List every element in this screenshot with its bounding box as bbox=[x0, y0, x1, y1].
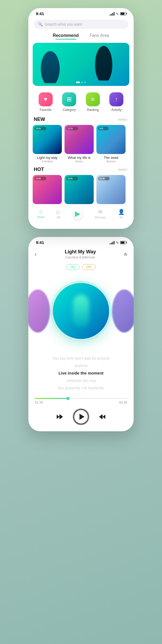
banner-face-right bbox=[94, 46, 113, 80]
play-button[interactable] bbox=[73, 409, 89, 425]
category-favorite[interactable]: ♥ Favorite bbox=[39, 92, 53, 112]
battery-icon bbox=[120, 12, 126, 15]
title-new-1: Light my way bbox=[33, 156, 62, 160]
title-new-2: What my life is bbox=[65, 156, 94, 160]
share-button[interactable]: ⎋ bbox=[124, 251, 127, 257]
title-new-3: The seed bbox=[96, 156, 126, 160]
badge-hot-3: 510k 🎧 bbox=[98, 177, 110, 180]
tag-vip: VIP bbox=[82, 264, 95, 270]
search-icon: 🔍 bbox=[38, 22, 43, 26]
new-title: NEW bbox=[34, 117, 45, 122]
categories: ♥ Favorite ⊞ Category ≡ Ranking ↑ Activi… bbox=[28, 88, 134, 114]
category-activity-label: Activity bbox=[111, 108, 122, 112]
music-card-new-1[interactable]: 364k 🎧 Light my way Caroline bbox=[33, 125, 62, 163]
category-ranking[interactable]: ≡ Ranking bbox=[86, 92, 100, 112]
music-card-hot-2[interactable]: 590k 🎧 bbox=[65, 175, 94, 204]
me-icon: 👤 bbox=[118, 209, 125, 215]
signal-icon bbox=[110, 12, 114, 16]
category-category[interactable]: ⊞ Category bbox=[62, 92, 76, 112]
player-status-bar: 9:41 ∿ bbox=[28, 237, 134, 246]
album-area bbox=[28, 273, 134, 349]
screen1-phone: 9:41 ∿ 🔍 Search what you want Recommend bbox=[28, 8, 134, 229]
category-favorite-label: Favorite bbox=[40, 108, 51, 112]
player-controls bbox=[28, 406, 134, 431]
badge-new-3: 64k 🎧 bbox=[98, 127, 109, 130]
banner[interactable] bbox=[33, 43, 129, 86]
badge-hot-2: 590k 🎧 bbox=[66, 177, 78, 180]
progress-bar[interactable] bbox=[35, 398, 127, 399]
badge-new-2: 211k 🎧 bbox=[66, 127, 78, 130]
search-bar[interactable]: 🔍 Search what you want bbox=[34, 20, 128, 29]
art-glow bbox=[73, 295, 89, 327]
tag-hq: HQ bbox=[66, 264, 79, 270]
time-total: 04:28 bbox=[119, 401, 127, 404]
phone-content: 🔍 Search what you want Recommend Fans Ar… bbox=[28, 17, 134, 229]
nav-message-label: Message bbox=[95, 216, 106, 219]
svg-marker-5 bbox=[103, 415, 105, 419]
player-status-icons: ∿ bbox=[110, 240, 126, 244]
next-button[interactable] bbox=[97, 411, 108, 422]
nav-play-center[interactable]: ▶ bbox=[73, 208, 82, 219]
nav-message[interactable]: ✉ Message bbox=[95, 209, 106, 219]
player-song-title: Light My Way bbox=[65, 249, 96, 255]
music-card-hot-3[interactable]: 510k 🎧 bbox=[96, 175, 126, 204]
wifi-icon: ∿ bbox=[116, 12, 119, 16]
banner-dots bbox=[76, 82, 86, 83]
time-current: 01:34 bbox=[35, 401, 43, 404]
new-more[interactable]: more › bbox=[118, 117, 128, 121]
nav-mv[interactable]: ▷ MV bbox=[57, 209, 61, 219]
svg-rect-6 bbox=[102, 415, 103, 419]
hot-music-grid: 104k 🎧 590k 🎧 510k 🎧 bbox=[28, 174, 134, 205]
hot-more[interactable]: more › bbox=[118, 167, 128, 172]
player-artist: Caroline Eddleman bbox=[65, 255, 96, 259]
progress-fill bbox=[35, 398, 68, 399]
tab-fans-area[interactable]: Fans Area bbox=[90, 33, 109, 40]
message-icon: ✉ bbox=[98, 209, 103, 215]
activity-icon: ↑ bbox=[109, 92, 123, 106]
lyrics-area: You say time don't wait for anyone anyho… bbox=[28, 349, 134, 395]
music-card-new-2[interactable]: 211k 🎧 What my life is Ginny bbox=[65, 125, 94, 163]
nav-me[interactable]: 👤 Me bbox=[118, 209, 125, 219]
tab-recommend[interactable]: Recommend bbox=[53, 33, 79, 40]
search-container: 🔍 Search what you want bbox=[28, 17, 134, 31]
nav-mv-label: MV bbox=[57, 216, 61, 219]
player-tags: HQ VIP bbox=[28, 262, 134, 273]
player-wifi-icon: ∿ bbox=[116, 240, 119, 244]
category-activity[interactable]: ↑ Activity bbox=[109, 92, 123, 112]
album-art bbox=[51, 281, 111, 341]
player-title-area: Light My Way Caroline Eddleman bbox=[65, 249, 96, 259]
nav-home[interactable]: ⌂ Home bbox=[37, 209, 45, 219]
search-placeholder: Search what you want bbox=[45, 22, 82, 26]
category-icon: ⊞ bbox=[62, 92, 76, 106]
svg-rect-1 bbox=[59, 415, 60, 419]
category-category-label: Category bbox=[63, 108, 76, 112]
favorite-icon: ♥ bbox=[39, 92, 53, 106]
tab-bar: Recommend Fans Area bbox=[28, 31, 134, 41]
hot-title: HOT bbox=[34, 167, 44, 172]
lyric-5: But presently, I'm hesitantly bbox=[36, 385, 126, 391]
bottom-nav: ⌂ Home ▷ MV ▶ ✉ Message 👤 Me bbox=[28, 205, 134, 223]
badge-hot-1: 104k 🎧 bbox=[34, 177, 46, 180]
banner-face-left bbox=[41, 51, 60, 83]
home-icon: ⌂ bbox=[39, 209, 42, 215]
music-card-new-3[interactable]: 64k 🎧 The seed Aurora bbox=[96, 125, 126, 163]
player-signal-icon bbox=[110, 241, 114, 244]
album-side-right bbox=[112, 289, 134, 332]
svg-marker-0 bbox=[57, 415, 59, 419]
hot-section-header: HOT more › bbox=[28, 164, 134, 174]
play-center-icon: ▶ bbox=[73, 208, 82, 219]
lyric-2: anyhow bbox=[36, 363, 126, 369]
back-button[interactable]: ‹ bbox=[35, 251, 36, 257]
progress-times: 01:34 04:28 bbox=[35, 401, 127, 404]
player-status-time: 9:41 bbox=[36, 240, 44, 245]
lyric-1: You say time don't wait for anyone bbox=[36, 356, 126, 361]
artist-new-2: Ginny bbox=[65, 160, 94, 163]
music-card-hot-1[interactable]: 104k 🎧 bbox=[33, 175, 62, 204]
screen2-phone: 9:41 ∿ ‹ Light My Way Caroline Eddleman … bbox=[28, 237, 134, 431]
nav-me-label: Me bbox=[120, 216, 123, 219]
ranking-icon: ≡ bbox=[86, 92, 100, 106]
new-music-grid: 364k 🎧 Light my way Caroline 211k 🎧 What… bbox=[28, 124, 134, 164]
lyric-3-active: Live inside the moment bbox=[36, 370, 126, 376]
progress-thumb bbox=[66, 397, 70, 400]
prev-button[interactable] bbox=[54, 411, 65, 422]
